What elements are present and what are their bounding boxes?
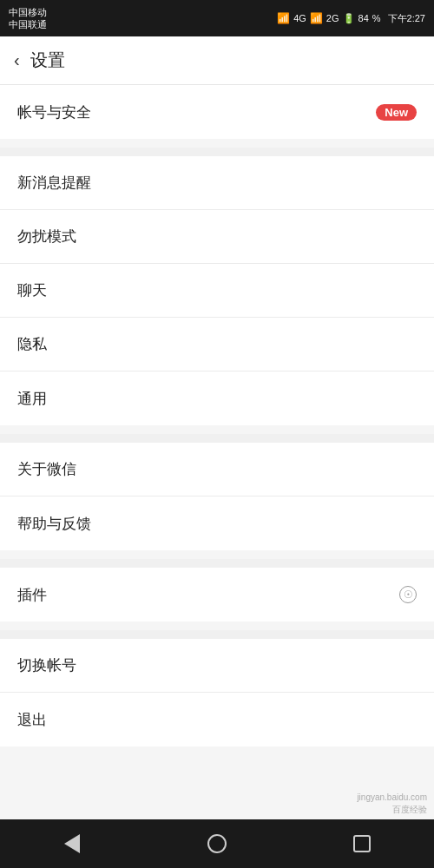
settings-list: 帐号与安全 New 新消息提醒 勿扰模式 聊天 隐私 通用 关于微信 帮助与反馈 [0,85,434,819]
settings-item-chat[interactable]: 聊天 [0,264,434,318]
nav-home-button[interactable] [145,819,290,868]
battery-icon: 🔋 [343,13,355,24]
plugin-info-icon: ☉ [399,586,417,603]
section-account-switch: 切换帐号 退出 [0,639,434,746]
bottom-nav [0,819,434,868]
plugins-label: 插件 [17,585,392,605]
back-triangle-icon [64,834,80,853]
settings-item-logout[interactable]: 退出 [0,693,434,746]
page-title: 设置 [30,49,65,72]
battery-percent: % [372,13,381,23]
privacy-label: 隐私 [17,334,417,354]
settings-item-help[interactable]: 帮助与反馈 [0,496,434,550]
carrier1-label: 中国移动 [9,6,47,18]
dnd-label: 勿扰模式 [17,227,417,247]
settings-item-account-security[interactable]: 帐号与安全 New [0,85,434,139]
network-type: 4G [293,13,306,23]
watermark-line1: jingyan.baidu.com [357,792,427,804]
carrier-info: 中国移动 中国联通 [9,6,47,31]
divider-4 [0,630,434,639]
battery-label: 84 [358,13,369,23]
settings-item-plugins[interactable]: 插件 ☉ [0,568,434,621]
signal-icon: 📶 [277,12,290,24]
settings-item-new-message[interactable]: 新消息提醒 [0,156,434,210]
back-button[interactable]: ‹ [14,50,20,70]
home-circle-icon [207,834,227,853]
divider-3 [0,559,434,568]
watermark-line2: 百度经验 [357,804,427,816]
help-label: 帮助与反馈 [17,514,417,534]
section-account: 帐号与安全 New [0,85,434,139]
carrier2-label: 中国联通 [9,18,47,30]
divider-2 [0,434,434,443]
chat-label: 聊天 [17,280,417,300]
logout-label: 退出 [17,710,417,730]
nav-bar: ‹ 设置 [0,36,434,85]
about-label: 关于微信 [17,459,417,479]
network-type2: 2G [326,13,339,23]
general-label: 通用 [17,389,417,409]
nav-recents-button[interactable] [289,819,434,868]
nav-back-button[interactable] [0,819,145,868]
signal2-icon: 📶 [310,12,323,24]
settings-item-dnd[interactable]: 勿扰模式 [0,210,434,264]
switch-account-label: 切换帐号 [17,655,417,675]
settings-item-privacy[interactable]: 隐私 [0,318,434,372]
settings-item-switch-account[interactable]: 切换帐号 [0,639,434,693]
account-security-label: 帐号与安全 [17,102,367,122]
status-right: 📶 4G 📶 2G 🔋 84 % 下午2:27 [277,12,425,25]
new-badge: New [376,104,417,121]
new-message-label: 新消息提醒 [17,173,417,193]
section-plugin: 插件 ☉ [0,568,434,621]
baidu-watermark: jingyan.baidu.com 百度经验 [357,792,427,816]
status-bar: 中国移动 中国联通 📶 4G 📶 2G 🔋 84 % 下午2:27 [0,0,434,36]
recents-square-icon [353,835,371,852]
divider-1 [0,148,434,156]
settings-item-about[interactable]: 关于微信 [0,443,434,496]
time-label: 下午2:27 [388,12,425,25]
section-about: 关于微信 帮助与反馈 [0,443,434,550]
settings-item-general[interactable]: 通用 [0,372,434,425]
section-main: 新消息提醒 勿扰模式 聊天 隐私 通用 [0,156,434,425]
